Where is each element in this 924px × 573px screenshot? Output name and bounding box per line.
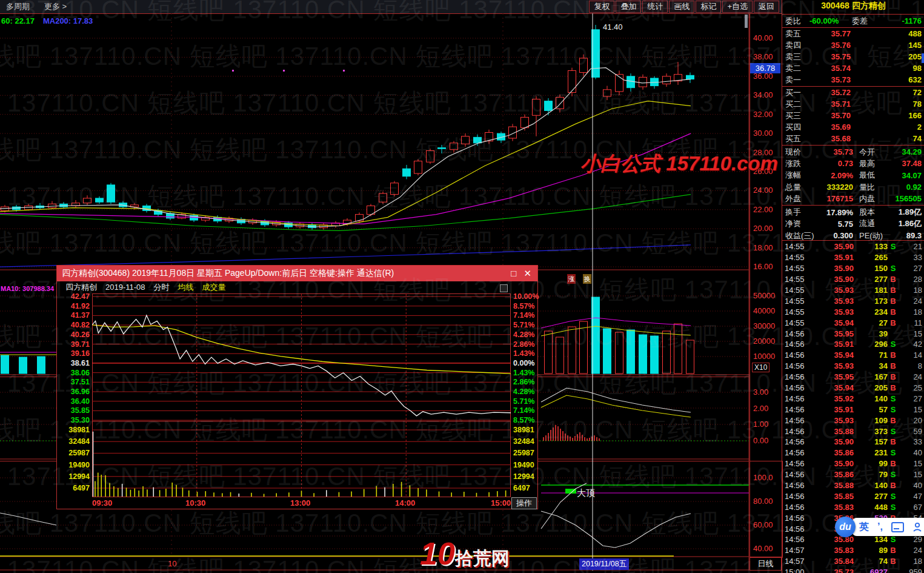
- ime-toolbar[interactable]: du 英 ’,: [835, 517, 924, 537]
- popup-axis-label: 6497: [513, 484, 543, 492]
- intraday-popup-window[interactable]: 四方精创(300468) 2019年11月08日 星期五 PageUp/Down…: [56, 265, 538, 509]
- popup-header-item-4[interactable]: 成交量: [202, 283, 226, 292]
- ask-row-卖三[interactable]: 卖三35.75205: [782, 51, 924, 62]
- popup-axis-label: 1.43%: [513, 369, 543, 377]
- marker-badge-zhang[interactable]: 涨: [567, 274, 576, 284]
- popup-header-item-2[interactable]: 分时: [154, 283, 170, 292]
- ma-label-1: MA200: 17.83: [43, 16, 93, 25]
- ind2-axis-frame: [750, 461, 783, 558]
- popup-time-label: 14:00: [395, 498, 415, 508]
- popup-axis-label: 39.16: [59, 349, 90, 358]
- popup-axis-label: 8.57%: [513, 416, 543, 424]
- toolbar-button-复权[interactable]: 复权: [589, 1, 614, 13]
- axis-label: 18.00: [753, 243, 773, 252]
- volume-multiplier: X10: [752, 363, 769, 372]
- axis-label: 10000: [753, 352, 775, 361]
- transaction-row: 14:5635.90157B33: [782, 437, 924, 447]
- ask-row-卖四[interactable]: 卖四35.76145: [782, 39, 924, 51]
- ime-lang-toggle[interactable]: 英: [859, 521, 869, 534]
- toolbar-button-叠加[interactable]: 叠加: [616, 1, 641, 13]
- axis-label: 24.00: [753, 186, 773, 195]
- toolbar-button-统计[interactable]: 统计: [642, 1, 668, 13]
- menu-multi-period[interactable]: 多周期: [6, 1, 30, 12]
- top-annotation-label: 大顶: [577, 488, 595, 499]
- popup-axis-label: 4.28%: [513, 330, 543, 339]
- transaction-row: 14:5635.9099B15: [782, 458, 924, 469]
- magenta-dot: [283, 70, 285, 72]
- quote-panel: 300468 四方精创 委比 -60.00% 委差 -1176 卖五35.774…: [782, 0, 924, 573]
- ime-punct-toggle[interactable]: ’,: [877, 521, 883, 532]
- candle-high-label: 41.40: [603, 22, 623, 32]
- ma-value-labels: 60: 22.17MA200: 17.83: [1, 16, 101, 25]
- axis-label: 38.00: [753, 52, 773, 61]
- axis-label: 22.00: [753, 205, 773, 214]
- popup-title: 四方精创(300468) 2019年11月08日 星期五 PageUp/Down…: [62, 268, 394, 279]
- marker-badge-huan[interactable]: 换: [583, 274, 591, 284]
- popup-axis-label: 41.37: [59, 311, 90, 320]
- timeline-date-badge: 2019/11/08五: [579, 558, 629, 570]
- popup-axis-label: 37.51: [59, 378, 90, 386]
- ime-user-icon[interactable]: [912, 522, 922, 532]
- popup-axis-label: 32484: [513, 437, 543, 446]
- bid-row-买一[interactable]: 买一35.7272: [782, 87, 924, 98]
- popup-axis-label: 8.57%: [513, 302, 543, 310]
- intraday-chart-canvas[interactable]: [92, 293, 511, 497]
- timeline-month-10: 10: [168, 559, 176, 568]
- ask-row-卖五[interactable]: 卖五35.77488: [782, 28, 924, 39]
- transaction-row: 14:5635.88373S59: [782, 426, 924, 437]
- menu-more[interactable]: 更多 >: [44, 1, 67, 12]
- bid-row-买二[interactable]: 买二35.7178: [782, 98, 924, 110]
- ime-logo[interactable]: du: [835, 517, 856, 537]
- popup-axis-label: 36.96: [59, 387, 90, 396]
- close-button[interactable]: ✕: [523, 268, 531, 279]
- bid-row-买四[interactable]: 买四35.692: [782, 121, 924, 133]
- maximize-button[interactable]: □: [511, 268, 516, 279]
- scrollbar-thumb[interactable]: [745, 15, 748, 28]
- popup-time-label: 09:30: [92, 498, 112, 508]
- logo-number: 10: [420, 536, 455, 571]
- axis-label: 20000: [753, 337, 775, 346]
- transaction-row: 14:5635.91296S42: [782, 339, 924, 350]
- axis-label: 32.00: [753, 110, 773, 119]
- toolbar-button-返回[interactable]: 返回: [754, 1, 779, 13]
- bid-row-买三[interactable]: 买三35.70166: [782, 110, 924, 121]
- logo-cn-text: 拾荒网: [455, 548, 510, 568]
- popup-axis-label: 2.86%: [513, 378, 543, 386]
- ask-row-卖二[interactable]: 卖二35.7498: [782, 62, 924, 74]
- popup-axis-label: 5.71%: [513, 397, 543, 406]
- toolbar-button-+自选[interactable]: +自选: [722, 1, 753, 13]
- stat-row: 换手17.89%股本1.89亿: [782, 206, 924, 218]
- popup-axis-label: 36.40: [59, 397, 90, 406]
- transaction-row: 14:5735.8389B24: [782, 545, 924, 556]
- bid-row-买五[interactable]: 买五35.6874: [782, 133, 924, 144]
- popup-axis-label: 6497: [59, 484, 90, 492]
- popup-axis-label: 7.14%: [513, 406, 543, 415]
- weibi-row: 委比 -60.00% 委差 -1176: [782, 15, 924, 27]
- transaction-row: 14:5635.88140B40: [782, 480, 924, 491]
- action-button[interactable]: 操作: [511, 497, 537, 509]
- toolbar-buttons: 复权叠加统计画线标记+自选返回: [589, 1, 779, 13]
- popup-axis-label: 32484: [59, 437, 90, 446]
- popup-axis-label: 12994: [513, 472, 543, 481]
- popup-axis-label: 12994: [59, 472, 90, 481]
- ime-keyboard-icon[interactable]: [891, 522, 904, 532]
- transaction-row: 14:5635.953915: [782, 328, 924, 339]
- transaction-row: 15:0035.736927959: [782, 567, 924, 573]
- popup-header-item-1: 2019-11-08: [105, 283, 145, 292]
- transaction-row: 14:5535.93181B18: [782, 285, 924, 296]
- toolbar-button-画线[interactable]: 画线: [669, 1, 694, 13]
- period-selector[interactable]: 日线: [750, 557, 782, 571]
- toolbar-button-标记[interactable]: 标记: [696, 1, 721, 13]
- popup-axis-label: 35.30: [59, 416, 90, 424]
- popup-corner-icon[interactable]: [500, 284, 508, 292]
- transaction-row: 14:5635.94205B25: [782, 383, 924, 394]
- transaction-row: 14:5635.9334B8: [782, 361, 924, 372]
- popup-axis-label: 19490: [59, 461, 90, 469]
- popup-axis-label: 38981: [513, 426, 543, 434]
- stat-row: 涨跌0.73最高37.48: [782, 158, 924, 169]
- popup-titlebar[interactable]: 四方精创(300468) 2019年11月08日 星期五 PageUp/Down…: [57, 266, 537, 281]
- ask-row-卖一[interactable]: 卖一35.73632: [782, 74, 924, 85]
- axis-label: 34.00: [753, 90, 773, 99]
- popup-header-item-3[interactable]: 均线: [178, 283, 194, 292]
- popup-axis-label: 0.00%: [513, 359, 543, 367]
